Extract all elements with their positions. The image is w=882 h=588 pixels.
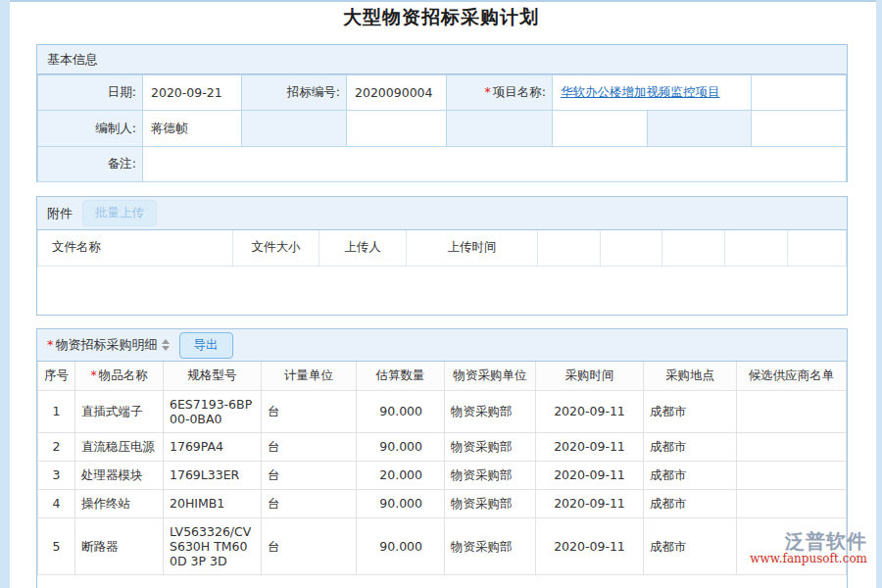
attachments-column-header-empty — [538, 230, 601, 266]
spec-cell: LV563326/CVS630H TM600D 3P 3D — [164, 517, 262, 574]
project-name-link[interactable]: 华软办公楼增加视频监控项目 — [561, 84, 720, 99]
qty-cell: 90.000 — [357, 390, 445, 432]
seq-cell: 1 — [38, 390, 75, 432]
time-cell: 2020-09-11 — [536, 432, 644, 461]
remark-label: 备注: — [38, 147, 143, 182]
creator-label: 编制人: — [38, 111, 143, 147]
attachments-panel: 附件 批量上传 文件名称文件大小上传人上传时间 — [36, 196, 848, 316]
seq-cell: 5 — [38, 517, 75, 574]
seq-cell: 2 — [38, 432, 75, 461]
basic-info-section-header: 基本信息 — [37, 45, 847, 74]
empty-cell — [347, 111, 447, 147]
batch-upload-button[interactable]: 批量上传 — [82, 200, 157, 226]
item-name-cell: 操作终站 — [75, 489, 164, 517]
detail-column-header: 估算数量 — [357, 362, 445, 390]
time-cell: 2020-09-11 — [536, 390, 644, 432]
empty-cell — [752, 111, 847, 147]
detail-row: 2直流稳压电源1769PA4台90.000物资采购部2020-09-11成都市 — [38, 432, 847, 461]
unit-cell: 台 — [262, 432, 357, 461]
purchase-unit-cell: 物资采购部 — [445, 489, 536, 517]
bid-no-label: 招标编号: — [242, 75, 347, 111]
purchase-unit-cell: 物资采购部 — [445, 390, 536, 432]
candidates-cell — [737, 390, 847, 432]
qty-cell: 90.000 — [357, 517, 445, 574]
page-frame-left — [0, 0, 10, 588]
page-title: 大型物资招标采购计划 — [0, 5, 882, 30]
spec-cell: 20HIMB1 — [164, 489, 262, 517]
purchase-unit-cell: 物资采购部 — [445, 517, 536, 574]
page-frame-top — [0, 0, 882, 2]
detail-section-header: *物资招标采购明细 导出 — [37, 329, 847, 362]
attachments-column-header: 文件名称 — [38, 230, 233, 266]
required-marker: * — [90, 368, 96, 382]
time-cell: 2020-09-11 — [536, 489, 644, 517]
detail-column-header: 序号 — [38, 362, 75, 390]
attachments-column-header-empty — [601, 230, 662, 266]
detail-column-header: 规格型号 — [164, 362, 262, 390]
basic-info-section-title: 基本信息 — [47, 51, 98, 69]
empty-cell — [553, 111, 648, 147]
empty-cell — [752, 75, 847, 111]
time-cell: 2020-09-11 — [536, 517, 644, 574]
detail-panel: *物资招标采购明细 导出 序号*物品名称规格型号计量单位估算数量物资采购单位采购… — [36, 328, 848, 588]
attachments-column-header-empty — [662, 230, 725, 266]
candidates-cell — [737, 432, 847, 461]
detail-row: 3处理器模块1769L33ER台20.000物资采购部2020-09-11成都市 — [38, 461, 847, 489]
empty-cell — [242, 111, 347, 147]
time-cell: 2020-09-11 — [536, 461, 644, 489]
date-label: 日期: — [38, 75, 143, 111]
seq-cell: 4 — [38, 489, 75, 517]
candidates-cell — [737, 461, 847, 489]
detail-row: 1直插式端子6ES7193-6BP00-0BA0台90.000物资采购部2020… — [38, 390, 847, 432]
qty-cell: 20.000 — [357, 461, 445, 489]
creator-value: 蒋德帧 — [143, 111, 242, 147]
page-frame-right — [876, 0, 882, 588]
seq-cell: 3 — [38, 461, 75, 489]
attachments-header-row: 文件名称文件大小上传人上传时间 — [38, 230, 847, 266]
attachments-column-header-empty — [788, 230, 847, 266]
attachments-table: 文件名称文件大小上传人上传时间 — [37, 230, 847, 267]
spec-cell: 1769L33ER — [164, 461, 262, 489]
detail-row: 5断路器LV563326/CVS630H TM600D 3P 3D台90.000… — [38, 517, 847, 574]
attachments-column-header: 上传人 — [319, 230, 407, 266]
item-name-cell: 断路器 — [75, 517, 164, 574]
detail-table: 序号*物品名称规格型号计量单位估算数量物资采购单位采购时间采购地点候选供应商名单… — [37, 362, 847, 575]
place-cell: 成都市 — [644, 517, 737, 574]
basic-info-table: 日期: 2020-09-21 招标编号: 2020090004 *项目名称: 华… — [37, 74, 847, 182]
basic-info-panel: 基本信息 日期: 2020-09-21 招标编号: 2020090004 *项目… — [36, 44, 848, 182]
project-name-cell: 华软办公楼增加视频监控项目 — [553, 75, 752, 111]
candidates-cell — [737, 517, 847, 574]
attachments-column-header-empty — [725, 230, 788, 266]
purchase-unit-cell: 物资采购部 — [445, 461, 536, 489]
attachments-column-header: 文件大小 — [233, 230, 319, 266]
attachments-column-header: 上传时间 — [407, 230, 538, 266]
item-name-cell: 处理器模块 — [75, 461, 164, 489]
export-button[interactable]: 导出 — [179, 332, 233, 359]
detail-row: 4操作终站20HIMB1台90.000物资采购部2020-09-11成都市 — [38, 489, 847, 517]
attachments-section-title: 附件 — [47, 205, 73, 222]
unit-cell: 台 — [262, 517, 357, 574]
purchase-unit-cell: 物资采购部 — [445, 432, 536, 461]
date-value: 2020-09-21 — [143, 75, 242, 111]
detail-column-header: 候选供应商名单 — [737, 362, 847, 390]
unit-cell: 台 — [262, 461, 357, 489]
unit-cell: 台 — [262, 489, 357, 517]
place-cell: 成都市 — [644, 432, 737, 461]
place-cell: 成都市 — [644, 461, 737, 489]
sort-icon[interactable] — [162, 339, 170, 351]
required-marker: * — [47, 337, 54, 352]
detail-column-header: 采购时间 — [536, 362, 644, 390]
required-marker: * — [485, 84, 491, 99]
qty-cell: 90.000 — [357, 432, 445, 461]
item-name-cell: 直流稳压电源 — [75, 432, 164, 461]
detail-column-header: *物品名称 — [75, 362, 164, 390]
detail-section-title: *物资招标采购明细 — [47, 336, 158, 354]
candidates-cell — [737, 489, 847, 517]
empty-cell — [648, 111, 752, 147]
empty-cell — [447, 111, 553, 147]
spec-cell: 6ES7193-6BP00-0BA0 — [164, 390, 262, 432]
spec-cell: 1769PA4 — [164, 432, 262, 461]
detail-column-header: 计量单位 — [262, 362, 357, 390]
item-name-cell: 直插式端子 — [75, 390, 164, 432]
unit-cell: 台 — [262, 390, 357, 432]
